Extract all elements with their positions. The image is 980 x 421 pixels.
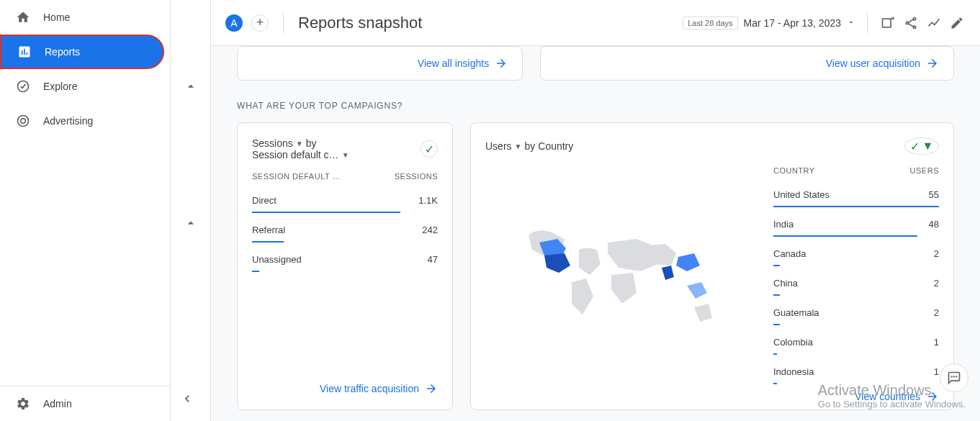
- bar-indicator: [252, 271, 259, 272]
- row-value: 55: [929, 189, 939, 200]
- nav-label: Admin: [43, 398, 72, 409]
- table-row[interactable]: India48: [773, 213, 939, 235]
- feedback-button[interactable]: [940, 363, 968, 392]
- view-traffic-acquisition-link[interactable]: View traffic acquisition: [320, 382, 438, 395]
- divider: [867, 13, 868, 33]
- account-badge[interactable]: A: [225, 14, 243, 32]
- explore-icon: [14, 78, 32, 95]
- dimension-label: Country: [538, 140, 573, 152]
- customize-icon[interactable]: [879, 14, 896, 32]
- view-insights-link[interactable]: View all insights: [418, 57, 508, 70]
- chevron-down-icon: ▼: [342, 151, 349, 159]
- metric-label: Users: [485, 140, 512, 152]
- nav-explore[interactable]: Explore: [0, 69, 164, 104]
- bar-indicator: [773, 294, 780, 296]
- reports-icon: [16, 43, 33, 60]
- row-label: Indonesia: [773, 366, 934, 377]
- chevron-up-icon[interactable]: [184, 216, 198, 233]
- countries-card: Users ▼ by Country ✓ ▼: [470, 122, 954, 410]
- row-label: China: [773, 278, 934, 289]
- chevron-down-icon: ▼: [922, 140, 934, 153]
- sessions-dimension-selector[interactable]: Session default c… ▼: [252, 149, 349, 160]
- date-range-picker[interactable]: Last 28 days Mar 17 - Apr 13, 2023: [683, 17, 855, 30]
- column-header: USERS: [910, 166, 939, 175]
- table-row[interactable]: United States55: [773, 184, 939, 206]
- world-map: [485, 166, 759, 390]
- bar-indicator: [773, 265, 780, 266]
- nav-admin[interactable]: Admin: [0, 386, 164, 421]
- arrow-right-icon: [495, 57, 508, 70]
- chat-icon: [947, 371, 961, 385]
- table-row[interactable]: Direct1.1K: [252, 189, 438, 212]
- row-label: United States: [773, 189, 929, 200]
- row-value: 48: [929, 219, 939, 230]
- row-label: Canada: [773, 248, 934, 259]
- chevron-left-icon: [180, 391, 194, 406]
- users-metric-selector[interactable]: Users ▼ by Country: [485, 140, 573, 152]
- table-row[interactable]: Unassigned47: [252, 248, 438, 271]
- table-row[interactable]: Referral242: [252, 219, 438, 241]
- chevron-down-icon: ▼: [296, 140, 303, 148]
- table-row[interactable]: Guatemala2: [773, 302, 939, 324]
- bar-indicator: [252, 241, 284, 243]
- bar-indicator: [773, 206, 939, 207]
- by-text: by: [306, 137, 317, 149]
- nav-advertising[interactable]: Advertising: [0, 104, 164, 138]
- svg-point-6: [913, 26, 915, 28]
- nav-label: Advertising: [43, 115, 93, 127]
- bar-indicator: [252, 212, 400, 213]
- check-icon[interactable]: ✓: [421, 140, 438, 158]
- svg-point-4: [913, 17, 915, 19]
- share-icon[interactable]: [902, 14, 920, 32]
- collapse-panel-button[interactable]: [176, 388, 198, 409]
- card-options[interactable]: ✓ ▼: [904, 137, 939, 155]
- row-value: 2: [934, 248, 939, 259]
- bar-indicator: [773, 324, 780, 325]
- nav-home[interactable]: Home: [0, 0, 164, 35]
- insights-icon[interactable]: [925, 14, 943, 32]
- row-value: 47: [428, 254, 438, 265]
- table-row[interactable]: Colombia1: [773, 331, 939, 353]
- home-icon: [14, 9, 32, 26]
- row-label: Guatemala: [773, 307, 934, 318]
- arrow-right-icon: [425, 382, 438, 395]
- gear-icon: [14, 395, 32, 412]
- svg-point-2: [21, 119, 26, 124]
- row-label: Referral: [252, 225, 422, 235]
- secondary-panel: [171, 0, 211, 421]
- column-header: SESSION DEFAULT …: [252, 172, 341, 181]
- nav-label: Home: [43, 12, 70, 23]
- divider: [283, 13, 284, 33]
- table-row[interactable]: Indonesia1: [773, 361, 939, 383]
- svg-point-1: [18, 116, 29, 127]
- row-value: 1.1K: [418, 195, 438, 206]
- row-label: India: [773, 219, 929, 230]
- advertising-icon: [14, 112, 32, 130]
- add-comparison-button[interactable]: +: [251, 14, 269, 32]
- edit-icon[interactable]: [948, 14, 966, 32]
- sessions-card: Sessions ▼ by Session default c… ▼ ✓: [237, 122, 453, 410]
- row-value: 2: [934, 278, 939, 289]
- by-text: by: [524, 140, 535, 152]
- bar-indicator: [773, 353, 777, 355]
- section-title: WHAT ARE YOUR TOP CAMPAIGNS?: [237, 101, 954, 111]
- svg-point-5: [906, 22, 908, 24]
- nav-reports[interactable]: Reports: [0, 35, 164, 69]
- sessions-metric-selector[interactable]: Sessions ▼ by: [252, 137, 349, 149]
- link-label: View all insights: [418, 58, 489, 69]
- watermark-sub: Go to Settings to activate Windows.: [818, 399, 966, 409]
- table-row[interactable]: Canada2: [773, 243, 939, 265]
- table-row[interactable]: China2: [773, 272, 939, 294]
- link-label: View traffic acquisition: [320, 383, 419, 394]
- dimension-label: Session default c…: [252, 149, 339, 160]
- insights-card: View all insights: [237, 46, 523, 81]
- chevron-up-icon[interactable]: [184, 79, 198, 96]
- bar-indicator: [773, 383, 777, 384]
- link-label: View user acquisition: [826, 58, 920, 69]
- row-value: 1: [934, 337, 939, 348]
- check-icon: ✓: [910, 140, 920, 153]
- svg-rect-3: [883, 19, 891, 27]
- view-user-acquisition-link[interactable]: View user acquisition: [826, 57, 939, 70]
- metric-label: Sessions: [252, 137, 293, 149]
- world-map-svg: [514, 214, 730, 343]
